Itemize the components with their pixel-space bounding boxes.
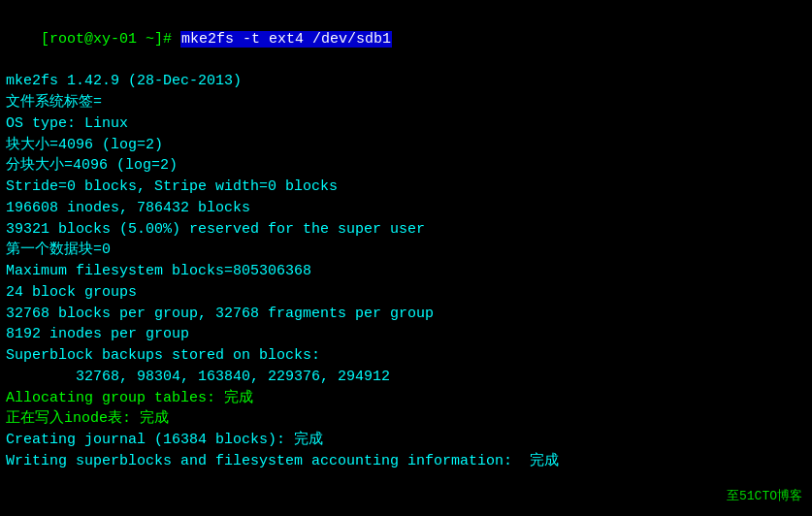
output-line: Superblock backups stored on blocks: [6, 345, 806, 367]
output-line: 196608 inodes, 786432 blocks [6, 198, 806, 219]
output-line: mke2fs 1.42.9 (28-Dec-2013) [6, 71, 806, 92]
terminal-window: [root@xy-01 ~]# mke2fs -t ext4 /dev/sdb1… [6, 8, 806, 508]
output-area: mke2fs 1.42.9 (28-Dec-2013)文件系统标签=OS typ… [6, 71, 806, 471]
watermark: 至51CTO博客 [727, 487, 802, 504]
output-line: Stride=0 blocks, Stripe width=0 blocks [6, 177, 806, 198]
output-line: 39321 blocks (5.00%) reserved for the su… [6, 219, 806, 241]
output-line: 32768 blocks per group, 32768 fragments … [6, 304, 806, 325]
output-line: 24 block groups [6, 282, 806, 304]
output-line: 分块大小=4096 (log=2) [6, 155, 806, 177]
output-line: 8192 inodes per group [6, 324, 806, 345]
output-line: Creating journal (16384 blocks): 完成 [6, 430, 806, 451]
output-line: Maximum filesystem blocks=805306368 [6, 261, 806, 282]
output-line: 文件系统标签= [6, 92, 806, 113]
output-line: 正在写入inode表: 完成 [6, 408, 806, 430]
command-line: [root@xy-01 ~]# mke2fs -t ext4 /dev/sdb1 [6, 8, 806, 71]
output-line: 块大小=4096 (log=2) [6, 135, 806, 156]
command-text: mke2fs -t ext4 /dev/sdb1 [180, 31, 392, 48]
output-line: Allocating group tables: 完成 [6, 388, 806, 409]
output-line: Writing superblocks and filesystem accou… [6, 451, 806, 472]
output-line: OS type: Linux [6, 113, 806, 135]
prompt: [root@xy-01 ~]# [41, 31, 180, 48]
output-line: 32768, 98304, 163840, 229376, 294912 [6, 367, 806, 388]
output-line: 第一个数据块=0 [6, 240, 806, 261]
